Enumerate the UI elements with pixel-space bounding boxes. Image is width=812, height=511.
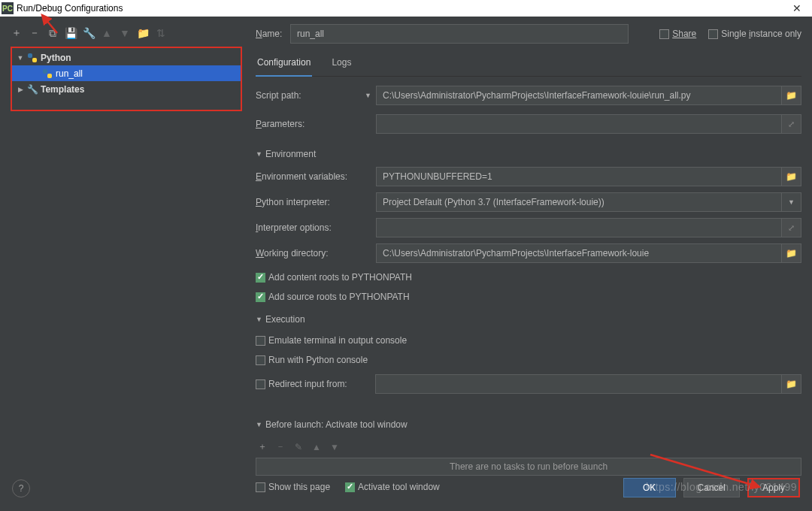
apply-button[interactable]: Apply (747, 478, 800, 497)
script-path-label: Script path: ▼ (256, 90, 376, 101)
python-file-icon (42, 68, 53, 79)
chevron-down-icon: ▼ (256, 150, 262, 158)
remove-icon[interactable]: － (29, 27, 41, 39)
env-section-header[interactable]: ▼Environment (256, 149, 801, 159)
down-icon: ▼ (329, 442, 340, 452)
activate-tool-window-checkbox[interactable]: Activate tool window (345, 482, 440, 492)
before-launch-header[interactable]: ▼Before launch: Activate tool window (256, 419, 801, 430)
name-label: Name: (256, 29, 290, 39)
redirect-input-field (375, 374, 782, 394)
chevron-down-icon: ▼ (256, 316, 262, 323)
save-icon[interactable]: 💾 (65, 27, 77, 39)
working-dir-row: Working directory: 📁 (256, 243, 801, 263)
script-path-row: Script path: ▼ 📁 (256, 86, 801, 105)
env-vars-row: Environment variables: 📁 (256, 167, 801, 186)
app-icon: PC (2, 2, 14, 14)
config-tree: ▼ Python run_all ▶ 🔧 Templates (11, 47, 242, 111)
before-launch-empty: There are no tasks to run before launch (256, 458, 801, 476)
tab-logs[interactable]: Logs (330, 53, 353, 76)
svg-rect-3 (47, 74, 52, 78)
left-pane: ＋ － ⧉ 💾 🔧 ▲ ▼ 📁 ⇅ ▼ Python (0, 17, 248, 508)
browse-icon[interactable]: 📁 (782, 86, 801, 105)
redirect-input-row: Redirect input from: 📁 (256, 374, 801, 394)
up-icon: ▲ (311, 442, 322, 452)
script-path-input[interactable] (376, 86, 782, 105)
window-title: Run/Debug Configurations (17, 3, 123, 14)
name-input[interactable] (290, 24, 629, 44)
down-icon: ▼ (119, 27, 131, 39)
tree-node-run-all[interactable]: run_all (12, 65, 241, 81)
add-content-roots-checkbox[interactable]: Add content roots to PYTHONPATH (256, 272, 801, 283)
remove-icon: － (275, 440, 286, 453)
svg-rect-1 (32, 58, 37, 62)
working-dir-label: Working directory: (256, 248, 376, 259)
redirect-input-label: Redirect input from: (268, 379, 368, 389)
svg-rect-2 (43, 69, 47, 74)
env-vars-label: Environment variables: (256, 171, 376, 182)
chevron-down-icon: ▼ (17, 54, 24, 62)
chevron-down-icon: ▼ (256, 421, 262, 428)
chevron-down-icon[interactable]: ▼ (782, 192, 801, 212)
tree-node-python[interactable]: ▼ Python (12, 50, 241, 65)
browse-icon[interactable]: 📁 (782, 243, 801, 263)
close-icon[interactable]: ✕ (782, 0, 812, 17)
wrench-icon: 🔧 (27, 84, 38, 95)
interpreter-options-row: Interpreter options: ⤢ (256, 218, 801, 237)
python-interpreter-select[interactable]: Project Default (Python 3.7 (InterfaceFr… (376, 192, 782, 212)
before-launch-toolbar: ＋ － ✎ ▲ ▼ (256, 440, 801, 453)
tree-label: Python (41, 53, 71, 63)
add-icon[interactable]: ＋ (11, 27, 23, 39)
add-source-roots-checkbox[interactable]: Add source roots to PYTHONPATH (256, 292, 801, 302)
svg-rect-0 (28, 53, 32, 58)
emulate-terminal-checkbox[interactable]: Emulate terminal in output console (256, 335, 801, 346)
python-interpreter-row: Python interpreter: Project Default (Pyt… (256, 192, 801, 212)
parameters-label: Parameters: (256, 119, 376, 129)
parameters-input[interactable] (376, 114, 782, 134)
tabs: Configuration Logs (256, 53, 801, 77)
interpreter-options-label: Interpreter options: (256, 222, 376, 233)
right-pane: Name: Share Single instance only Configu… (248, 17, 812, 508)
tree-label: run_all (56, 68, 83, 79)
sort-icon: ⇅ (155, 27, 167, 39)
wrench-icon[interactable]: 🔧 (83, 27, 95, 39)
python-icon (27, 53, 38, 63)
env-vars-input[interactable] (376, 167, 782, 186)
config-toolbar: ＋ － ⧉ 💾 🔧 ▲ ▼ 📁 ⇅ (11, 23, 242, 44)
chevron-right-icon: ▶ (17, 86, 24, 93)
tree-label: Templates (41, 84, 84, 95)
add-icon[interactable]: ＋ (257, 440, 268, 453)
redirect-input-checkbox[interactable] (256, 379, 265, 389)
name-row: Name: Share Single instance only (256, 24, 801, 44)
show-this-page-checkbox[interactable]: Show this page (256, 482, 330, 492)
ok-button[interactable]: OK (623, 478, 676, 497)
dialog-buttons: OK Cancel Apply (623, 478, 800, 497)
chevron-down-icon[interactable]: ▼ (365, 92, 371, 99)
tree-node-templates[interactable]: ▶ 🔧 Templates (12, 81, 241, 97)
cancel-button[interactable]: Cancel (683, 478, 740, 497)
up-icon: ▲ (101, 27, 113, 39)
copy-icon[interactable]: ⧉ (47, 27, 59, 39)
interpreter-options-input[interactable] (376, 218, 782, 237)
expand-icon[interactable]: ⤢ (782, 218, 801, 237)
help-button[interactable]: ? (12, 479, 30, 497)
titlebar: PC Run/Debug Configurations ✕ (0, 0, 812, 17)
browse-icon[interactable]: 📁 (782, 167, 801, 186)
run-python-console-checkbox[interactable]: Run with Python console (256, 355, 801, 365)
single-instance-checkbox[interactable]: Single instance only (708, 29, 801, 39)
python-interpreter-label: Python interpreter: (256, 197, 376, 207)
parameters-row: Parameters: ⤢ (256, 114, 801, 134)
execution-section-header[interactable]: ▼Execution (256, 314, 801, 325)
working-dir-input[interactable] (376, 243, 782, 263)
expand-icon[interactable]: ⤢ (782, 114, 801, 134)
folder-icon[interactable]: 📁 (137, 27, 149, 39)
tab-configuration[interactable]: Configuration (256, 53, 312, 77)
edit-icon: ✎ (293, 442, 304, 452)
browse-icon: 📁 (782, 374, 801, 394)
share-checkbox[interactable]: Share (659, 29, 696, 39)
